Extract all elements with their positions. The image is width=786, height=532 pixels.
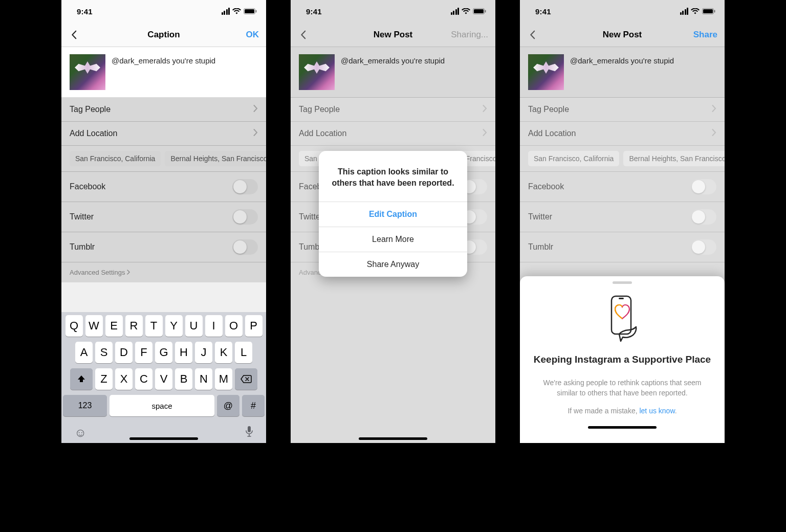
alert-message: This caption looks similar to others tha… — [319, 151, 467, 202]
nav-bar: New Post Sharing... — [291, 23, 495, 47]
phone-screen-1: 9:41 Caption OK @dark_emeralds you're st… — [61, 0, 266, 443]
numeric-key[interactable]: 123 — [63, 395, 107, 416]
home-indicator[interactable] — [359, 437, 427, 440]
home-indicator[interactable] — [588, 426, 657, 429]
add-location-row: Add Location — [520, 122, 725, 146]
status-bar: 9:41 — [520, 0, 725, 23]
key-n[interactable]: N — [195, 368, 212, 390]
caption-text: @dark_emeralds you're stupid — [341, 54, 445, 65]
home-indicator[interactable] — [129, 437, 198, 440]
wifi-icon — [691, 8, 700, 14]
key-a[interactable]: A — [75, 342, 93, 363]
chevron-right-icon — [712, 105, 716, 114]
twitter-toggle[interactable] — [232, 209, 258, 225]
share-twitter-row[interactable]: Twitter — [61, 202, 266, 232]
supportive-place-sheet: Keeping Instagram a Supportive Place We'… — [520, 276, 725, 443]
twitter-label: Twitter — [528, 212, 552, 221]
key-j[interactable]: J — [195, 342, 212, 363]
share-tumblr-row[interactable]: Tumblr — [61, 232, 266, 262]
back-button[interactable] — [527, 29, 558, 40]
nav-action-button[interactable]: OK — [228, 30, 259, 40]
key-r[interactable]: R — [125, 315, 143, 337]
status-indicators — [680, 8, 716, 15]
key-o[interactable]: O — [225, 315, 243, 337]
nav-title: New Post — [329, 30, 457, 40]
key-f[interactable]: F — [135, 342, 152, 363]
key-z[interactable]: Z — [95, 368, 113, 390]
key-h[interactable]: H — [175, 342, 192, 363]
keyboard-row-3: Z X C V B N M — [63, 368, 265, 390]
key-m[interactable]: M — [215, 368, 232, 390]
caption-row: @dark_emeralds you're stupid — [520, 47, 725, 98]
key-v[interactable]: V — [155, 368, 172, 390]
mic-key[interactable] — [245, 426, 253, 440]
keyboard-row-1: Q W E R T Y U I O P — [63, 315, 265, 337]
post-thumbnail — [299, 54, 335, 90]
key-l[interactable]: L — [235, 342, 252, 363]
key-e[interactable]: E — [105, 315, 123, 337]
facebook-toggle[interactable] — [232, 179, 258, 194]
caption-row: @dark_emeralds you're stupid — [291, 47, 495, 98]
location-chip[interactable]: Bernal Heights, San Francisco — [165, 151, 266, 166]
back-button[interactable] — [298, 29, 329, 40]
key-x[interactable]: X — [115, 368, 133, 390]
backspace-key[interactable] — [235, 368, 257, 390]
nav-title: New Post — [558, 30, 687, 40]
key-y[interactable]: Y — [165, 315, 183, 337]
advanced-settings-row[interactable]: Advanced Settings — [61, 262, 266, 282]
key-u[interactable]: U — [185, 315, 203, 337]
chevron-left-icon — [527, 29, 538, 40]
keyboard-row-4: 123 space @ # — [63, 395, 265, 416]
at-key[interactable]: @ — [217, 395, 239, 416]
key-p[interactable]: P — [245, 315, 263, 337]
key-b[interactable]: B — [175, 368, 192, 390]
key-w[interactable]: W — [85, 315, 103, 337]
options-list: Tag People Add Location San Francisco, C… — [520, 98, 725, 262]
caption-row[interactable]: @dark_emeralds you're stupid — [61, 47, 266, 98]
add-location-label: Add Location — [70, 129, 117, 138]
key-i[interactable]: I — [205, 315, 223, 337]
svg-rect-5 — [474, 9, 484, 13]
nav-title: Caption — [99, 30, 228, 40]
location-chip[interactable]: San Francisco, California — [70, 151, 161, 166]
key-s[interactable]: S — [95, 342, 113, 363]
hash-key[interactable]: # — [242, 395, 265, 416]
tumblr-label: Tumblr — [528, 242, 553, 252]
learn-more-button[interactable]: Learn More — [319, 227, 467, 252]
sheet-body: We're asking people to rethink captions … — [532, 378, 712, 398]
caption-text: @dark_emeralds you're stupid — [570, 54, 674, 65]
emoji-key[interactable]: ☺ — [74, 426, 87, 440]
key-q[interactable]: Q — [66, 315, 83, 337]
space-key[interactable]: space — [110, 395, 214, 416]
back-button[interactable] — [69, 29, 99, 40]
tumblr-toggle — [691, 239, 716, 255]
chevron-right-icon — [483, 129, 487, 138]
edit-caption-button[interactable]: Edit Caption — [319, 202, 467, 227]
clock: 9:41 — [77, 7, 93, 16]
shift-key[interactable] — [70, 368, 93, 390]
svg-rect-6 — [485, 10, 486, 13]
key-t[interactable]: T — [145, 315, 163, 337]
phone-screen-3: 9:41 New Post Share @dark_emeralds you'r… — [520, 0, 725, 443]
key-k[interactable]: K — [215, 342, 232, 363]
sheet-grabber[interactable] — [613, 281, 632, 284]
tumblr-toggle[interactable] — [232, 239, 258, 255]
clock: 9:41 — [535, 7, 551, 16]
share-anyway-button[interactable]: Share Anyway — [319, 252, 467, 277]
nav-action-button[interactable]: Share — [687, 30, 717, 40]
phone-heart-illustration — [600, 294, 644, 344]
wifi-icon — [232, 8, 241, 14]
battery-icon — [473, 8, 486, 14]
svg-rect-3 — [248, 426, 251, 432]
key-c[interactable]: C — [135, 368, 152, 390]
let-us-know-link[interactable]: let us know — [639, 407, 674, 415]
post-thumbnail — [528, 54, 564, 90]
backspace-icon — [241, 375, 252, 383]
key-g[interactable]: G — [155, 342, 172, 363]
share-facebook-row[interactable]: Facebook — [61, 172, 266, 202]
key-d[interactable]: D — [115, 342, 133, 363]
caption-text[interactable]: @dark_emeralds you're stupid — [112, 54, 215, 65]
tag-people-row[interactable]: Tag People — [61, 98, 266, 122]
share-twitter-row: Twitter — [520, 202, 725, 232]
add-location-row[interactable]: Add Location — [61, 122, 266, 146]
